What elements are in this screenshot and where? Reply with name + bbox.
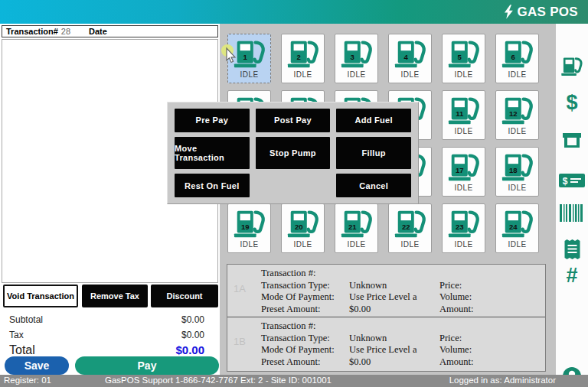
fuel-info-right-label: Volume: [439, 344, 545, 356]
discount-button[interactable]: Discount [151, 285, 218, 307]
lightning-bolt-icon [504, 5, 514, 19]
pump-button-11[interactable]: 11 IDLE [442, 90, 485, 140]
svg-text:2: 2 [296, 53, 300, 61]
sidebar-barcode-button[interactable] [556, 204, 588, 222]
menu-button-add-fuel[interactable]: Add Fuel [336, 109, 411, 132]
brand-name: GAS POS [517, 5, 578, 20]
menu-button-fillup[interactable]: Fillup [336, 137, 411, 170]
pump-status: IDLE [293, 70, 312, 79]
fuel-pump-icon: 3 [340, 38, 374, 69]
svg-text:11: 11 [456, 109, 464, 118]
svg-text:20: 20 [294, 223, 302, 231]
fuel-info-row: Preset Amount: $0.00 Amount: [261, 304, 545, 316]
fuel-pump-icon: 2 [286, 38, 320, 69]
svg-text:1: 1 [243, 53, 247, 61]
fuel-pump-icon: 1 [233, 38, 266, 69]
fuel-pump-icon: 4 [394, 38, 427, 69]
pump-button-2[interactable]: 2 IDLE [281, 34, 325, 83]
pump-status: IDLE [508, 127, 526, 135]
pump-status: IDLE [400, 70, 419, 79]
fuel-pump-icon: 22 [394, 208, 427, 239]
pump-button-20[interactable]: 20 IDLE [281, 203, 325, 253]
pump-status: IDLE [240, 70, 258, 79]
fuel-info-label: Transaction Type: [261, 333, 349, 345]
svg-text:24: 24 [508, 223, 517, 231]
pump-button-1[interactable]: 1 IDLE [227, 34, 271, 83]
logged-in-user: Logged in as: Administrator [449, 376, 556, 385]
pump-button-22[interactable]: 22 IDLE [388, 203, 432, 253]
pump-status: IDLE [508, 70, 526, 79]
pump-button-4[interactable]: 4 IDLE [388, 34, 432, 83]
fuel-info-section-1A: 1ATransaction #: Transaction Type: Unkno… [227, 265, 545, 317]
fuel-info-label: Preset Amount: [261, 356, 349, 369]
menu-button-rest-on-fuel[interactable]: Rest On Fuel [175, 174, 250, 197]
pump-button-3[interactable]: 3 IDLE [335, 34, 378, 83]
pump-button-21[interactable]: 21 IDLE [335, 203, 378, 253]
fuel-info-row: Transaction #: [261, 320, 545, 333]
pump-button-23[interactable]: 23 IDLE [442, 203, 485, 253]
fuel-pump-icon: 5 [447, 38, 481, 69]
save-button[interactable]: Save [5, 356, 69, 375]
svg-text:4: 4 [403, 53, 408, 61]
fuel-info-right-label: Amount: [439, 356, 545, 369]
fuel-info-right-label [439, 268, 545, 280]
pay-button[interactable]: Pay [75, 356, 219, 375]
fuel-info-row: Transaction #: [261, 268, 545, 280]
pump-button-17[interactable]: 17 IDLE [442, 147, 485, 197]
right-sidebar: $ $ # [556, 24, 588, 375]
total-label: Total [9, 343, 35, 357]
svg-text:19: 19 [240, 223, 249, 231]
fuel-pump-icon: 6 [501, 38, 534, 69]
pump-action-menu: Pre PayPost PayAdd FuelMove TransactionS… [167, 102, 419, 204]
brand-logo: GAS POS [504, 5, 578, 20]
pump-status: IDLE [454, 240, 472, 249]
pump-status: IDLE [347, 70, 365, 79]
pump-status: IDLE [454, 70, 472, 79]
svg-text:21: 21 [348, 223, 356, 231]
sidebar-receipt-button[interactable] [556, 239, 588, 259]
sidebar-check-button[interactable]: $ [556, 174, 588, 187]
void-transaction-button[interactable]: Void Transaction [3, 285, 78, 307]
pump-button-12[interactable]: 12 IDLE [495, 90, 539, 140]
pump-status: IDLE [454, 184, 472, 192]
sidebar-fuel-button[interactable] [556, 56, 588, 76]
pump-button-6[interactable]: 6 IDLE [495, 34, 539, 83]
menu-button-post-pay[interactable]: Post Pay [256, 109, 331, 132]
svg-text:22: 22 [401, 223, 410, 231]
check-icon: $ [559, 174, 585, 187]
fuel-pump-icon: 21 [340, 208, 374, 239]
menu-button-move-transaction[interactable]: Move Transaction [175, 137, 250, 170]
svg-text:6: 6 [511, 53, 514, 61]
fuel-pump-icon [560, 56, 583, 76]
fuel-info-label: Transaction Type: [261, 280, 349, 292]
pump-button-24[interactable]: 24 IDLE [495, 203, 539, 253]
transaction-actions: Void Transaction Remove Tax Discount [0, 285, 220, 307]
pump-button-19[interactable]: 19 IDLE [227, 203, 271, 253]
pump-button-5[interactable]: 5 IDLE [442, 34, 485, 83]
menu-button-pre-pay[interactable]: Pre Pay [175, 109, 250, 132]
fuel-info-value [349, 268, 439, 280]
menu-button-stop-pump[interactable]: Stop Pump [256, 137, 331, 170]
fuel-pump-icon: 23 [447, 208, 481, 239]
top-bar: GAS POS [0, 0, 588, 24]
fuel-pump-icon: 12 [501, 95, 534, 125]
sidebar-hash-button[interactable]: # [556, 265, 588, 285]
pump-status: IDLE [508, 240, 526, 249]
date-label: Date [89, 27, 107, 36]
receipt-icon [564, 239, 581, 259]
tax-label: Tax [9, 330, 24, 340]
remove-tax-button[interactable]: Remove Tax [82, 285, 148, 307]
svg-text:5: 5 [457, 53, 462, 61]
pump-status: IDLE [240, 240, 258, 249]
menu-button-cancel[interactable]: Cancel [336, 174, 411, 197]
fuel-info-value: Unknown [349, 280, 439, 292]
tax-value: $0.00 [181, 330, 204, 340]
sidebar-store-button[interactable] [556, 131, 588, 149]
pump-button-18[interactable]: 18 IDLE [495, 147, 539, 197]
fuel-info-label: Preset Amount: [261, 304, 349, 316]
fuel-pump-icon: 19 [233, 208, 266, 239]
pump-status: IDLE [347, 240, 365, 249]
fuel-info-right-label: Price: [439, 280, 545, 292]
svg-text:17: 17 [455, 166, 463, 174]
sidebar-cash-button[interactable]: $ [556, 93, 588, 112]
